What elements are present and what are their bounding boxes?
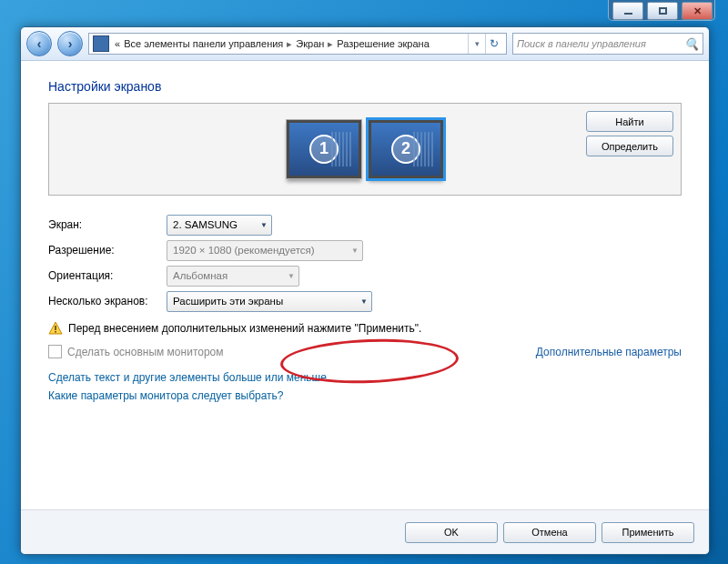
text-size-link[interactable]: Сделать текст и другие элементы больше и…	[48, 371, 682, 384]
maximize-button[interactable]	[647, 2, 678, 20]
find-button[interactable]: Найти	[586, 111, 673, 132]
navigation-bar: « Все элементы панели управления ▸ Экран…	[21, 27, 709, 61]
ok-button[interactable]: OK	[405, 522, 498, 543]
search-icon: 🔍	[684, 37, 699, 51]
page-title: Настройки экранов	[48, 79, 682, 94]
breadcrumb[interactable]: « Все элементы панели управления ▸ Экран…	[88, 33, 507, 55]
identify-button[interactable]: Определить	[586, 136, 673, 156]
nav-back-button[interactable]	[26, 31, 52, 56]
search-placeholder: Поиск в панели управления	[517, 38, 646, 49]
display-label: Экран:	[48, 218, 167, 231]
control-panel-window: « Все элементы панели управления ▸ Экран…	[20, 26, 710, 555]
breadcrumb-item[interactable]: Экран	[296, 38, 324, 49]
window-titlebar-controls	[608, 0, 715, 21]
orientation-select[interactable]: Альбомная ▼	[167, 266, 299, 287]
monitor-decor-icon	[413, 132, 435, 166]
chevron-right-icon: ▸	[328, 38, 333, 50]
multi-display-select-value: Расширить эти экраны	[173, 296, 283, 307]
display-select-value: 2. SAMSUNG	[173, 219, 238, 230]
multi-display-label: Несколько экранов:	[48, 295, 167, 307]
cancel-button[interactable]: Отмена	[503, 522, 596, 543]
close-button[interactable]	[682, 2, 713, 20]
orientation-label: Ориентация:	[48, 269, 167, 282]
search-input[interactable]: Поиск в панели управления 🔍	[512, 33, 703, 55]
chevron-down-icon: ▼	[260, 221, 268, 229]
nav-forward-button[interactable]	[57, 31, 83, 56]
monitor-1[interactable]: 1	[287, 120, 361, 178]
make-primary-label: Сделать основным монитором	[67, 346, 224, 358]
breadcrumb-prefix: «	[115, 38, 120, 49]
monitor-layout-box: Найти Определить 1 2	[48, 103, 682, 196]
control-panel-icon	[93, 35, 109, 52]
breadcrumb-dropdown-icon[interactable]: ▾	[468, 34, 485, 54]
content-pane: Настройки экранов Найти Определить 1 2 Э…	[21, 61, 709, 554]
svg-rect-1	[55, 326, 56, 330]
display-select[interactable]: 2. SAMSUNG ▼	[167, 215, 272, 236]
dialog-footer: OK Отмена Применить	[21, 509, 709, 554]
breadcrumb-item[interactable]: Все элементы панели управления	[124, 38, 283, 49]
monitor-side-buttons: Найти Определить	[586, 111, 673, 156]
advanced-settings-link[interactable]: Дополнительные параметры	[536, 346, 682, 358]
apply-warning: Перед внесением дополнительных изменений…	[48, 321, 682, 336]
svg-rect-2	[55, 331, 56, 333]
orientation-select-value: Альбомная	[173, 270, 228, 281]
apply-button[interactable]: Применить	[602, 522, 694, 543]
make-primary-checkbox[interactable]	[48, 345, 62, 358]
minimize-button[interactable]	[612, 2, 643, 20]
monitor-2[interactable]: 2	[369, 120, 443, 178]
monitor-decor-icon	[331, 132, 353, 166]
chevron-down-icon: ▼	[288, 272, 295, 280]
chevron-right-icon: ▸	[287, 38, 292, 50]
refresh-button[interactable]	[485, 34, 502, 54]
monitor-help-link[interactable]: Какие параметры монитора следует выбрать…	[48, 389, 682, 402]
resolution-select-value: 1920 × 1080 (рекомендуется)	[173, 245, 315, 256]
multi-display-select[interactable]: Расширить эти экраны ▼	[167, 291, 372, 312]
resolution-label: Разрешение:	[48, 244, 167, 257]
apply-warning-text: Перед внесением дополнительных изменений…	[68, 322, 421, 335]
chevron-down-icon: ▼	[351, 247, 359, 255]
warning-icon	[48, 321, 63, 336]
chevron-down-icon: ▼	[360, 297, 368, 306]
breadcrumb-item[interactable]: Разрешение экрана	[337, 38, 429, 49]
resolution-select[interactable]: 1920 × 1080 (рекомендуется) ▼	[167, 240, 363, 261]
